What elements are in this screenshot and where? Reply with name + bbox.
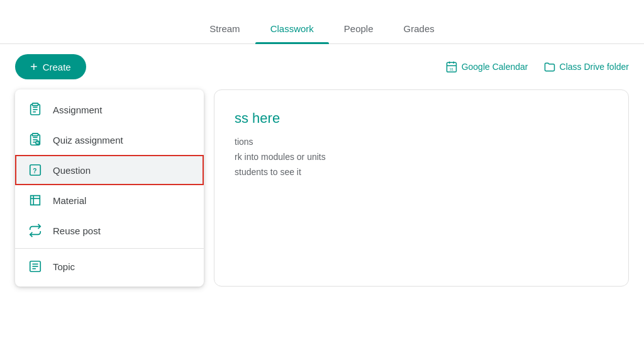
create-label: Create	[43, 62, 71, 72]
menu-item-material[interactable]: Material	[15, 185, 204, 215]
quiz-icon: ?	[28, 132, 43, 147]
menu-item-topic[interactable]: Topic	[15, 251, 204, 282]
menu-item-material-label: Material	[53, 195, 86, 206]
question-icon: ?	[28, 162, 43, 178]
menu-item-reuse-post[interactable]: Reuse post	[15, 215, 204, 246]
reuse-icon	[28, 223, 43, 238]
calendar-icon: 31	[445, 60, 458, 73]
create-dropdown-menu: Assignment ? Quiz assignment	[15, 89, 204, 287]
content-card-line-2: rk into modules or units	[235, 152, 608, 162]
menu-item-question-label: Question	[53, 165, 91, 176]
menu-item-reuse-label: Reuse post	[53, 225, 101, 236]
menu-item-assignment-label: Assignment	[53, 105, 102, 115]
toolbar-right: 31 Google Calendar Class Drive folder	[445, 60, 629, 73]
menu-item-question[interactable]: ? Question	[15, 155, 204, 185]
class-drive-link[interactable]: Class Drive folder	[543, 60, 629, 73]
google-calendar-link[interactable]: 31 Google Calendar	[445, 60, 528, 73]
content-card-title: ss here	[235, 110, 608, 127]
menu-item-quiz-label: Quiz assignment	[53, 135, 123, 145]
tab-stream[interactable]: Stream	[194, 16, 255, 43]
content-card-line-1: tions	[235, 137, 608, 147]
menu-item-quiz-assignment[interactable]: ? Quiz assignment	[15, 125, 204, 155]
plus-icon: +	[30, 60, 38, 73]
tab-classwork[interactable]: Classwork	[255, 16, 329, 43]
menu-divider	[15, 248, 204, 249]
menu-item-topic-label: Topic	[53, 261, 75, 272]
menu-item-assignment[interactable]: Assignment	[15, 94, 204, 125]
svg-text:?: ?	[33, 168, 36, 174]
material-icon	[28, 193, 43, 208]
svg-rect-9	[32, 103, 38, 106]
calendar-link-label: Google Calendar	[462, 62, 528, 72]
tab-people[interactable]: People	[329, 16, 389, 43]
drive-link-label: Class Drive folder	[560, 62, 629, 72]
top-navigation: Stream Classwork People Grades	[0, 0, 644, 44]
toolbar: + Create 31 Google Calendar Class Drive …	[0, 44, 644, 89]
tab-grades[interactable]: Grades	[389, 16, 450, 43]
create-button[interactable]: + Create	[15, 54, 86, 79]
svg-rect-14	[32, 134, 38, 136]
svg-text:31: 31	[449, 67, 453, 71]
content-card-line-3: students to see it	[235, 167, 608, 177]
assignment-icon	[28, 102, 43, 117]
main-area: Assignment ? Quiz assignment	[0, 89, 644, 287]
svg-text:?: ?	[36, 142, 38, 145]
folder-icon	[543, 60, 556, 73]
content-card: ss here tions rk into modules or units s…	[214, 89, 629, 287]
topic-icon	[28, 259, 43, 274]
